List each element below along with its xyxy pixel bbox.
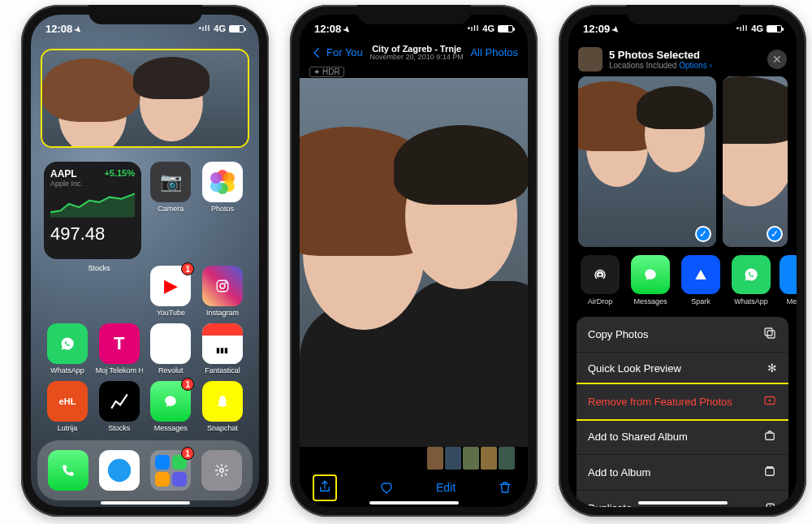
svg-point-9 [769,400,771,401]
share-targets: AirDrop Messages Spark WhatsApp Me [568,247,797,310]
delete-button[interactable] [495,478,515,497]
app-snapchat[interactable]: Snapchat [199,381,246,432]
messages-badge: 1 [181,378,194,391]
svg-rect-10 [766,433,775,440]
revolut-icon: R [164,333,177,354]
action-duplicate[interactable]: Duplicate [577,491,788,507]
phone-3-share-sheet: 12:09➤ •ıll4G 5 Photos Selected Location… [559,5,806,517]
selected-photos-strip[interactable]: ✓ ✓ [568,76,797,247]
check-icon: ✓ [695,226,711,242]
phone-2-photo-detail: 12:08➤ •ıll4G For You City of Zagreb - T… [290,5,538,517]
sparkle-icon: ✦ [313,67,320,76]
signal-icon: •ıll [468,24,480,32]
trash-icon [498,480,512,495]
whatsapp-icon [60,336,75,351]
dock-safari[interactable] [99,450,140,491]
action-add-shared-album[interactable]: Add to Shared Album [577,419,788,455]
app-messages[interactable]: 1Messages [147,381,194,432]
edit-button[interactable]: Edit [436,481,456,494]
all-photos-link[interactable]: All Photos [470,46,518,58]
phone-icon [61,463,76,478]
youtube-badge: 1 [181,262,194,275]
messages-icon [643,267,658,282]
share-icon [317,479,332,494]
action-remove-featured[interactable]: Remove from Featured Photos [577,383,788,421]
sheet-header: 5 Photos Selected Locations Included Opt… [568,42,797,76]
clock: 12:08➤ [314,23,350,35]
options-link[interactable]: Options › [679,61,712,70]
share-airdrop[interactable]: AirDrop [578,255,622,305]
share-button[interactable] [313,474,337,501]
atom-icon: ✻ [767,362,777,375]
app-fantastical[interactable]: ▮▮▮Fantastical [199,323,246,375]
sheet-title: 5 Photos Selected [609,49,712,61]
like-button[interactable] [377,478,396,497]
app-lutrija[interactable]: eHLLutrija [44,381,91,432]
album-icon [762,464,777,481]
selected-thumb-1: ✓ [578,76,716,247]
dock-phone[interactable] [48,450,89,491]
featured-icon [762,393,777,410]
app-photos[interactable]: Photos [199,162,246,259]
svg-rect-6 [767,331,775,338]
whatsapp-icon [744,267,758,282]
snapchat-icon [215,394,230,409]
lutrija-icon: eHL [59,396,76,406]
app-whatsapp[interactable]: WhatsApp [44,323,91,375]
network-label: 4G [482,24,495,33]
app-camera[interactable]: 📷Camera [147,162,194,259]
svg-rect-12 [767,467,773,469]
check-icon: ✓ [767,226,783,242]
messages-icon [163,394,178,409]
app-revolut[interactable]: RRevolut [147,323,194,375]
svg-rect-11 [766,468,775,475]
camera-icon: 📷 [160,171,182,193]
photo-viewer[interactable] [300,78,528,447]
battery-icon [498,25,513,32]
app-stocks[interactable]: Stocks [96,381,143,432]
share-actions-list: Copy Photos Quick Look Preview✻ Remove f… [577,317,788,507]
dock-app-library[interactable]: 1 [150,450,191,491]
photos-widget[interactable] [41,49,249,148]
stocks-icon [109,391,130,412]
action-quick-look[interactable]: Quick Look Preview✻ [577,353,788,384]
dock-settings[interactable] [201,450,242,491]
back-button[interactable]: For You [309,45,363,60]
applib-badge: 1 [181,447,194,460]
selected-thumb-2: ✓ [723,76,788,247]
clock: 12:08➤ [45,23,81,35]
app-youtube[interactable]: ▶1YouTube [147,266,194,317]
clock: 12:09➤ [583,23,619,35]
chevron-left-icon [309,45,324,60]
gear-icon [214,463,229,478]
close-button[interactable]: ✕ [767,50,787,69]
thumbnail-strip[interactable] [427,447,515,470]
svg-point-1 [220,284,225,288]
signal-icon: •ıll [199,24,211,32]
network-label: 4G [751,24,763,33]
phone-1-home: 12:08➤ •ıll 4G Photos AAPL+5.15% Apple I… [21,5,269,517]
header-thumb [578,47,603,71]
svg-point-3 [108,459,131,482]
svg-point-2 [225,282,227,284]
share-more[interactable]: Me [780,255,797,305]
close-icon: ✕ [772,53,782,66]
share-spark[interactable]: Spark [679,255,723,305]
nav-bar: For You City of Zagreb - Trnje November … [300,42,528,67]
photos-flower-icon [210,170,235,194]
shared-album-icon [762,428,777,445]
share-messages[interactable]: Messages [628,255,672,305]
app-instagram[interactable]: Instagram [199,266,246,317]
app-mojtelekom[interactable]: TMoj Telekom HR [96,323,143,375]
action-copy-photos[interactable]: Copy Photos [577,317,788,353]
stocks-widget[interactable]: AAPL+5.15% Apple Inc. 497.48 Stocks [44,162,141,259]
action-add-album[interactable]: Add to Album [577,455,788,491]
share-whatsapp[interactable]: WhatsApp [729,255,773,305]
heart-icon [379,480,394,495]
photo-toolbar: Edit [300,471,528,504]
spark-icon [693,267,708,282]
svg-point-4 [220,469,224,473]
battery-icon [229,25,244,32]
stock-spark-icon [50,191,135,219]
battery-icon [767,25,782,32]
